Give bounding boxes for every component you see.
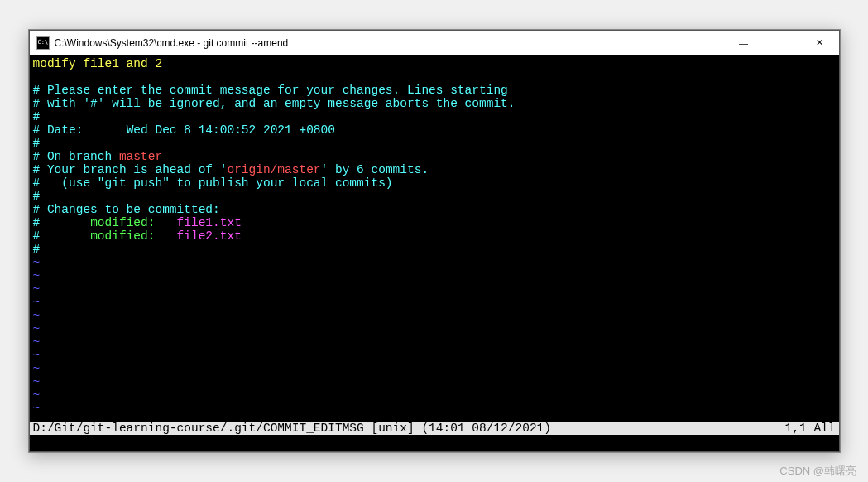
comment-hash: # [33, 190, 41, 203]
cmd-icon [36, 36, 50, 50]
changes-header: Changes to be committed: [40, 203, 220, 216]
modified-label-1: modified: [90, 216, 176, 229]
file1: file1.txt [177, 216, 242, 229]
window-title: C:\Windows\System32\cmd.exe - git commit… [55, 37, 725, 49]
date-value: Wed Dec 8 14:00:52 2021 +0800 [127, 123, 335, 137]
date-label: Date: [40, 123, 126, 137]
comment-line-1: Please enter the commit message for your… [40, 84, 508, 97]
file2: file2.txt [177, 229, 242, 243]
comment-hash: # [33, 150, 41, 163]
titlebar[interactable]: C:\Windows\System32\cmd.exe - git commit… [30, 31, 839, 55]
vim-tilde: ~ [33, 296, 41, 309]
push-hint: (use "git push" to publish your local co… [40, 176, 392, 190]
commit-message: modify file1 and 2 [33, 57, 163, 70]
vim-statusbar: D:/Git/git-learning-course/.git/COMMIT_E… [30, 422, 839, 435]
vim-tilde: ~ [33, 322, 41, 335]
window-controls: — □ ✕ [725, 31, 839, 55]
comment-hash: # [33, 176, 41, 190]
vim-tilde: ~ [33, 388, 41, 402]
comment-hash: # [33, 229, 41, 243]
maximize-button[interactable]: □ [763, 31, 801, 55]
comment-hash: # [33, 216, 41, 229]
status-file-info: D:/Git/git-learning-course/.git/COMMIT_E… [33, 422, 785, 435]
vim-tilde: ~ [33, 256, 41, 269]
vim-tilde: ~ [33, 402, 41, 415]
ahead-pre: Your branch is ahead of ' [40, 163, 227, 176]
branch-name: master [119, 150, 162, 163]
vim-tilde: ~ [33, 362, 41, 375]
cmd-window: C:\Windows\System32\cmd.exe - git commit… [29, 30, 840, 452]
comment-hash: # [33, 163, 41, 176]
modified-label-2: modified: [90, 229, 176, 243]
comment-hash: # [33, 137, 41, 150]
terminal-area[interactable]: modify file1 and 2 # Please enter the co… [30, 55, 839, 451]
status-cursor-pos: 1,1 All [785, 422, 836, 435]
comment-hash: # [33, 97, 41, 110]
ahead-post: ' by 6 commits. [321, 163, 429, 176]
indent [40, 229, 90, 243]
terminal-bottom-gap [30, 435, 839, 451]
vim-tilde: ~ [33, 375, 41, 388]
indent [40, 216, 90, 229]
comment-hash: # [33, 110, 41, 123]
vim-tilde: ~ [33, 335, 41, 349]
close-button[interactable]: ✕ [801, 31, 839, 55]
vim-tilde: ~ [33, 349, 41, 362]
vim-tilde: ~ [33, 309, 41, 322]
comment-line-2: with '#' will be ignored, and an empty m… [40, 97, 515, 110]
comment-hash: # [33, 203, 41, 216]
remote-name: origin/master [227, 163, 320, 176]
vim-tilde: ~ [33, 282, 41, 296]
watermark: CSDN @韩曙亮 [779, 464, 856, 479]
vim-tilde: ~ [33, 269, 41, 282]
comment-hash: # [33, 84, 41, 97]
minimize-button[interactable]: — [725, 31, 763, 55]
comment-hash: # [33, 123, 41, 137]
comment-hash: # [33, 243, 41, 256]
on-branch-label: On branch [40, 150, 119, 163]
